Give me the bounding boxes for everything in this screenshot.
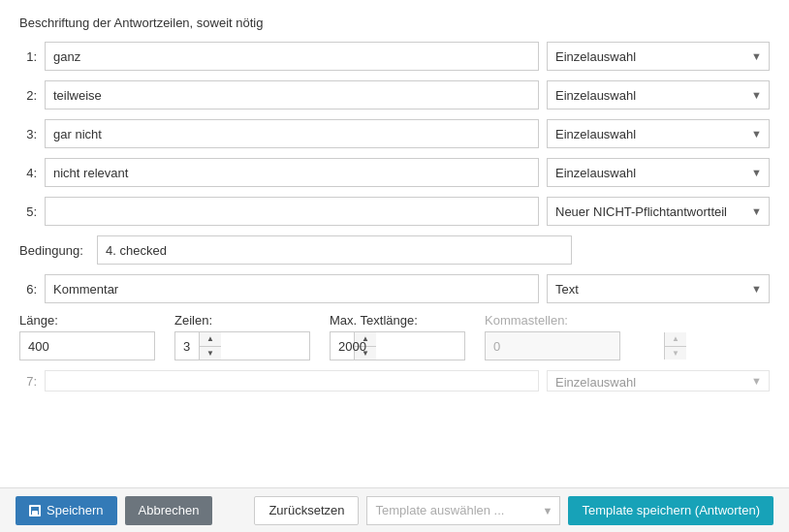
cancel-button[interactable]: Abbrechen [125, 496, 213, 525]
template-select-wrapper: Template auswählen ... ▼ [366, 496, 560, 525]
length-spinner: ▲ ▼ [19, 331, 155, 360]
answer-input-7[interactable] [45, 370, 539, 391]
decimal-label: Kommastellen: [485, 313, 620, 328]
answer-row-6: 6: Einzelauswahl Mehrfachauswahl Text Za… [19, 274, 770, 303]
rows-label: Zeilen: [174, 313, 310, 328]
answer-type-wrapper-1: Einzelauswahl Mehrfachauswahl Text Zahl … [547, 42, 770, 71]
decimal-input[interactable] [486, 332, 664, 360]
footer: Speichern Abbrechen Zurücksetzen Templat… [0, 487, 789, 532]
rows-input[interactable] [175, 332, 354, 360]
answer-type-select-5[interactable]: Einzelauswahl Mehrfachauswahl Text Zahl … [547, 197, 770, 226]
max-length-group: Max. Textlänge: ▲ ▼ [330, 313, 465, 360]
row-number-5: 5: [19, 204, 37, 219]
answer-row-3: 3: Einzelauswahl Mehrfachauswahl Text Za… [19, 119, 770, 148]
max-length-label: Max. Textlänge: [330, 313, 465, 328]
answer-type-wrapper-6: Einzelauswahl Mehrfachauswahl Text Zahl … [547, 274, 770, 303]
answer-row-1: 1: Einzelauswahl Mehrfachauswahl Text Za… [19, 42, 770, 71]
rows-spinner: ▲ ▼ [174, 331, 310, 360]
cancel-label: Abbrechen [139, 503, 200, 517]
answer-input-1[interactable] [45, 42, 539, 71]
length-label: Länge: [19, 313, 155, 328]
section-label: Beschriftung der Antwortzeilen, soweit n… [19, 16, 770, 30]
length-input[interactable] [20, 332, 199, 360]
max-length-input[interactable] [331, 332, 509, 360]
template-save-label: Template speichern (Antworten) [582, 503, 760, 517]
decimal-spinner-buttons: ▲ ▼ [664, 332, 686, 360]
answer-row-4: 4: Einzelauswahl Mehrfachauswahl Text Za… [19, 158, 770, 187]
decimal-up-button[interactable]: ▲ [665, 332, 686, 346]
row-number-4: 4: [19, 166, 37, 180]
template-save-button[interactable]: Template speichern (Antworten) [568, 496, 773, 525]
answer-type-wrapper-4: Einzelauswahl Mehrfachauswahl Text Zahl … [547, 158, 770, 187]
answer-type-select-2[interactable]: Einzelauswahl Mehrfachauswahl Text Zahl … [547, 80, 770, 110]
row-number-7: 7: [19, 374, 37, 389]
reset-button[interactable]: Zurücksetzen [254, 496, 359, 525]
row-number-6: 6: [19, 282, 37, 297]
answer-input-3[interactable] [45, 119, 539, 148]
save-label: Speichern [47, 503, 104, 517]
decimal-down-button[interactable]: ▼ [665, 346, 686, 360]
row-number-2: 2: [19, 88, 37, 103]
answer-row-7: 7: Einzelauswahl ▼ [19, 370, 770, 391]
save-icon [29, 505, 41, 516]
answer-type-select-7[interactable]: Einzelauswahl [547, 370, 770, 391]
answer-type-select-1[interactable]: Einzelauswahl Mehrfachauswahl Text Zahl … [547, 42, 770, 71]
answer-input-6[interactable] [45, 274, 539, 303]
answer-type-wrapper-2: Einzelauswahl Mehrfachauswahl Text Zahl … [547, 80, 770, 110]
main-content: Beschriftung der Antwortzeilen, soweit n… [0, 0, 789, 487]
reset-label: Zurücksetzen [268, 503, 344, 517]
answer-type-wrapper-5: Einzelauswahl Mehrfachauswahl Text Zahl … [547, 197, 770, 226]
decimal-spinner: ▲ ▼ [485, 331, 620, 360]
condition-label: Bedingung: [19, 243, 87, 258]
answer-type-select-6[interactable]: Einzelauswahl Mehrfachauswahl Text Zahl … [547, 274, 770, 303]
answer-type-select-3[interactable]: Einzelauswahl Mehrfachauswahl Text Zahl … [547, 119, 770, 148]
max-length-spinner: ▲ ▼ [330, 331, 465, 360]
template-select[interactable]: Template auswählen ... [366, 496, 560, 525]
save-button[interactable]: Speichern [16, 496, 117, 525]
length-group: Länge: ▲ ▼ [19, 313, 155, 360]
decimal-group: Kommastellen: ▲ ▼ [485, 313, 620, 360]
answer-input-4[interactable] [45, 158, 539, 187]
answer-type-wrapper-3: Einzelauswahl Mehrfachauswahl Text Zahl … [547, 119, 770, 148]
rows-group: Zeilen: ▲ ▼ [174, 313, 310, 360]
answer-type-wrapper-7: Einzelauswahl ▼ [547, 370, 770, 391]
answer-row-5: 5: Einzelauswahl Mehrfachauswahl Text Za… [19, 197, 770, 226]
answer-input-2[interactable] [45, 80, 539, 110]
answer-input-5[interactable] [45, 197, 539, 226]
row-number-1: 1: [19, 49, 37, 64]
condition-input[interactable] [97, 235, 572, 265]
answer-type-select-4[interactable]: Einzelauswahl Mehrfachauswahl Text Zahl … [547, 158, 770, 187]
row-number-3: 3: [19, 127, 37, 141]
answer-row-2: 2: Einzelauswahl Mehrfachauswahl Text Za… [19, 80, 770, 110]
length-row: Länge: ▲ ▼ Zeilen: ▲ ▼ Max. Textlänge: [19, 313, 770, 360]
condition-row: Bedingung: [19, 235, 770, 265]
